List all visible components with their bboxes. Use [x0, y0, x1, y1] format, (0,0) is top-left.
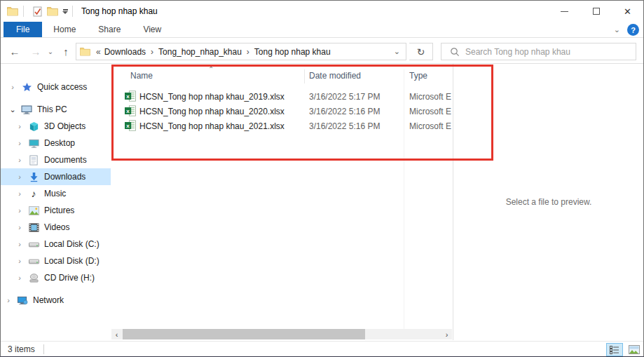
sidebar-item-cd-drive-h[interactable]: › CD Drive (H:): [1, 269, 111, 286]
horizontal-scrollbar[interactable]: ‹ ›: [111, 329, 452, 339]
expand-chevron-icon[interactable]: ›: [5, 296, 12, 304]
sidebar-item-3d-objects[interactable]: › 3D Objects: [1, 118, 111, 135]
close-icon: ✕: [624, 6, 631, 17]
sidebar-item-this-pc[interactable]: ⌄ This PC: [1, 101, 111, 118]
pictures-icon: [28, 205, 39, 216]
titlebar-separator: [23, 6, 24, 17]
items-count: 3 items: [8, 344, 35, 354]
search-box[interactable]: Search Tong hop nhap khau: [441, 43, 636, 60]
expand-chevron-icon[interactable]: ›: [16, 139, 23, 147]
documents-icon: [28, 154, 39, 166]
sidebar-item-desktop[interactable]: › Desktop: [1, 135, 111, 151]
sidebar-item-label: CD Drive (H:): [44, 273, 95, 283]
tab-share[interactable]: Share: [87, 22, 132, 37]
expand-chevron-icon[interactable]: ›: [16, 257, 23, 265]
expand-chevron-icon[interactable]: ›: [16, 240, 23, 248]
tab-view[interactable]: View: [132, 22, 172, 37]
close-button[interactable]: ✕: [612, 1, 643, 22]
local-disk-icon: [28, 255, 39, 267]
title-bar: Tong hop nhap khau ✕: [1, 1, 643, 22]
breadcrumb-separator-icon[interactable]: ›: [147, 47, 157, 57]
tab-file[interactable]: File: [4, 22, 42, 37]
scrollbar-thumb[interactable]: [123, 329, 365, 339]
explorer-body: › Quick access ⌄ This PC › 3D Objects › …: [1, 64, 644, 341]
refresh-button[interactable]: ↻: [409, 43, 433, 60]
details-view-button[interactable]: [606, 343, 623, 356]
sidebar-item-label: Network: [33, 295, 64, 305]
sidebar-item-local-disk-c[interactable]: › Local Disk (C:): [1, 236, 111, 252]
forward-button[interactable]: →: [27, 39, 44, 64]
sidebar-item-documents[interactable]: › Documents: [1, 151, 111, 168]
expand-chevron-icon[interactable]: ›: [16, 223, 23, 231]
expand-chevron-icon[interactable]: ›: [16, 156, 23, 164]
address-bar[interactable]: « Downloads › Tong_hop_nhap_khau › Tong …: [76, 43, 406, 60]
sidebar-item-label: 3D Objects: [44, 121, 85, 131]
music-icon: ♪: [28, 188, 39, 199]
expand-chevron-icon[interactable]: ›: [16, 122, 23, 130]
breadcrumb-separator-icon[interactable]: ›: [243, 47, 253, 57]
preview-message: Select a file to preview.: [506, 197, 592, 207]
sidebar-item-quick-access[interactable]: › Quick access: [1, 79, 111, 95]
sidebar-item-label: Quick access: [37, 82, 87, 92]
navigation-pane: › Quick access ⌄ This PC › 3D Objects › …: [1, 64, 111, 341]
expand-chevron-icon[interactable]: ›: [16, 274, 23, 282]
expand-chevron-icon[interactable]: ›: [16, 206, 23, 215]
qat-newfolder-icon[interactable]: [46, 6, 59, 17]
this-pc-icon: [21, 104, 32, 115]
sidebar-item-videos[interactable]: › Videos: [1, 219, 111, 236]
sidebar-item-network[interactable]: › Network: [1, 292, 111, 309]
expand-chevron-icon[interactable]: ›: [16, 173, 23, 181]
scroll-right-icon[interactable]: ›: [441, 329, 452, 339]
scroll-left-icon[interactable]: ‹: [111, 329, 122, 339]
thumbnail-view-button[interactable]: [626, 343, 643, 356]
minimize-button[interactable]: [549, 1, 580, 22]
breadcrumb-downloads[interactable]: Downloads: [103, 47, 147, 57]
thumbnail-view-icon: [629, 345, 640, 354]
search-icon: [450, 47, 460, 57]
search-placeholder: Search Tong hop nhap khau: [465, 47, 570, 57]
sidebar-item-pictures[interactable]: › Pictures: [1, 202, 111, 219]
sidebar-item-local-disk-d[interactable]: › Local Disk (D:): [1, 252, 111, 269]
collapse-chevron-icon[interactable]: ⌄: [9, 105, 16, 114]
downloads-icon: [28, 171, 39, 182]
tab-home[interactable]: Home: [42, 22, 87, 37]
titlebar-separator2: [72, 6, 73, 17]
explorer-window: Tong hop nhap khau ✕ File Home Share Vie…: [0, 0, 644, 357]
sidebar-item-label: Videos: [44, 222, 69, 232]
sidebar-item-label: Downloads: [44, 172, 85, 182]
annotation-rectangle: [111, 65, 493, 161]
breadcrumb-tong-hop-nhap-khau-parent[interactable]: Tong_hop_nhap_khau: [157, 47, 243, 57]
navigation-bar: ← → ⌄ ↑ « Downloads › Tong_hop_nhap_khau…: [1, 39, 643, 64]
sidebar-item-downloads[interactable]: › Downloads: [1, 168, 111, 185]
maximize-button[interactable]: [580, 1, 612, 22]
help-button[interactable]: ?: [627, 24, 639, 36]
expand-chevron-icon[interactable]: ›: [16, 189, 23, 198]
tab-share-label: Share: [98, 25, 121, 34]
minimize-icon: [561, 11, 568, 12]
address-folder-icon: [80, 47, 90, 56]
breadcrumb-tong-hop-nhap-khau[interactable]: Tong hop nhap khau: [253, 47, 332, 57]
local-disk-icon: [28, 238, 39, 250]
sidebar-item-label: Local Disk (D:): [44, 256, 100, 266]
qat-customize-dropdown-icon[interactable]: [62, 9, 68, 14]
up-button[interactable]: ↑: [58, 39, 74, 64]
sidebar-item-label: Music: [44, 189, 66, 198]
address-dropdown-icon[interactable]: ⌄: [388, 47, 406, 56]
back-button[interactable]: ←: [6, 39, 23, 64]
statusbar-separator: [43, 344, 44, 354]
expand-chevron-icon[interactable]: ›: [9, 83, 16, 91]
expand-ribbon-icon[interactable]: ⌄: [614, 25, 620, 34]
sidebar-item-label: Documents: [44, 155, 87, 165]
sidebar-item-label: Pictures: [44, 206, 74, 215]
quick-access-star-icon: [21, 81, 32, 93]
sidebar-item-music[interactable]: › ♪ Music: [1, 185, 111, 202]
videos-icon: [28, 222, 39, 233]
3d-objects-icon: [28, 121, 39, 132]
sidebar-item-label: This PC: [37, 105, 67, 114]
maximize-icon: [593, 8, 600, 15]
tab-file-label: File: [16, 25, 29, 34]
recent-locations-dropdown-icon[interactable]: ⌄: [44, 39, 57, 64]
qat-properties-icon[interactable]: [31, 6, 43, 17]
ribbon-tab-bar: File Home Share View: [1, 22, 643, 38]
breadcrumb-overflow-icon[interactable]: «: [94, 47, 103, 57]
